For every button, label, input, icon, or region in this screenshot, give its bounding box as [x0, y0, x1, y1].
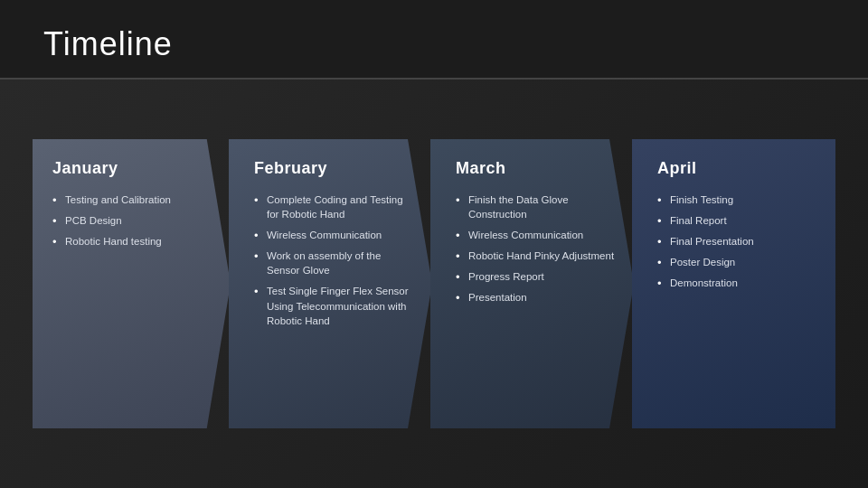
- timeline-content: JanuaryTesting and CalibrationPCB Design…: [0, 80, 868, 488]
- list-item: Wireless Communication: [456, 228, 618, 242]
- header: Timeline: [0, 0, 868, 80]
- month-block-march: MarchFinish the Data Glove ConstructionW…: [430, 139, 634, 428]
- list-item: Robotic Hand testing: [52, 234, 214, 249]
- list-item: Final Report: [657, 213, 819, 228]
- month-label-march: March: [456, 159, 618, 178]
- month-items-april: Finish TestingFinal ReportFinal Presenta…: [657, 192, 819, 290]
- list-item: Poster Design: [657, 255, 819, 269]
- list-item: Demonstration: [657, 276, 819, 290]
- list-item: Finish the Data Glove Construction: [456, 192, 618, 221]
- list-item: Work on assembly of the Sensor Glove: [254, 249, 416, 277]
- page-title: Timeline: [43, 25, 825, 63]
- list-item: PCB Design: [52, 213, 214, 228]
- list-item: Final Presentation: [657, 234, 819, 249]
- list-item: Robotic Hand Pinky Adjustment: [456, 249, 618, 263]
- month-label-february: February: [254, 159, 416, 178]
- list-item: Finish Testing: [657, 192, 819, 207]
- month-block-february: FebruaryComplete Coding and Testing for …: [229, 139, 432, 428]
- list-item: Complete Coding and Testing for Robotic …: [254, 192, 416, 221]
- list-item: Presentation: [456, 290, 618, 305]
- month-items-january: Testing and CalibrationPCB DesignRobotic…: [52, 192, 214, 249]
- list-item: Progress Report: [456, 269, 618, 284]
- page: Timeline JanuaryTesting and CalibrationP…: [0, 0, 868, 488]
- month-label-january: January: [52, 159, 214, 178]
- list-item: Testing and Calibration: [52, 192, 214, 207]
- month-block-april: AprilFinish TestingFinal ReportFinal Pre…: [632, 139, 835, 428]
- month-block-january: JanuaryTesting and CalibrationPCB Design…: [33, 139, 231, 428]
- list-item: Test Single Finger Flex Sensor Using Tel…: [254, 284, 416, 327]
- list-item: Wireless Communication: [254, 228, 416, 242]
- month-items-march: Finish the Data Glove ConstructionWirele…: [456, 192, 618, 305]
- month-items-february: Complete Coding and Testing for Robotic …: [254, 192, 416, 328]
- month-label-april: April: [657, 159, 819, 178]
